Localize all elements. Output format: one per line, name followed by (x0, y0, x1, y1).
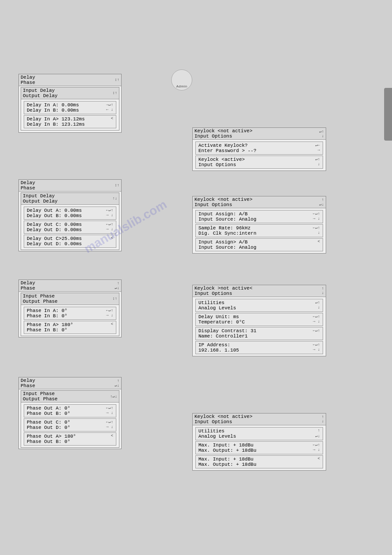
panel-keylock-1: Keylock <not active> Input Options ↵↑ ↓ … (192, 127, 326, 171)
delay-in-a-arrows-1: →↵↑ (106, 102, 113, 108)
panel-delay-phase-1: Delay Phase ↕↑ Input Delay Output Delay … (18, 74, 122, 133)
inner-box-ip-address: IP Address: ←↵↑ 192.168. 1.105 → ↓ (195, 341, 323, 354)
analog-levels-label: Analog Levels (198, 305, 236, 311)
max-input-val: Max. Input: + 18dBu (198, 457, 253, 462)
delay-out-d-val: Delay Out D: 0.00ms (27, 241, 82, 247)
phase-in-b: Phase In B: 0° (27, 313, 67, 319)
delay-out-b: Delay Out B: 0.00ms (27, 213, 82, 218)
output-delay-label: Output Delay (23, 93, 58, 98)
input-source: Input Source: Analog (198, 217, 256, 222)
input-phase-label-2: Input Phase (23, 391, 58, 396)
inner-box-sample-rate: Sample Rate: 96kHz ←↵↑ Dig. Clk Sync:int… (195, 224, 323, 237)
delay-in-a-mark: < (111, 116, 113, 122)
sub-panel-input-phase: Input Phase Output Phase ↕↑ Phase In A: … (21, 293, 119, 336)
inner-box-keylock-active: Keylock <active> ↵↑ Input Options ↓ (195, 156, 323, 169)
keylock-label-4: Keylock <not active> (194, 414, 252, 419)
delay-out-c-val: Delay Out C>25.00ms (27, 236, 82, 241)
phase-in-a: Phase In A: 0° (27, 308, 67, 313)
delay-label-3: Delay (21, 280, 35, 286)
panel-keylock-4: Keylock <not active> Input Options ↑ ↓ U… (192, 413, 326, 471)
delay-in-b-val: Delay In B: 123.12ms (27, 122, 85, 127)
inner-box-utilities-2: Utilities ↑ Analog Levels ↵↓ (195, 427, 323, 440)
inner-box-out-cd-val: Delay Out C>25.00ms < Delay Out D: 0.00m… (24, 235, 116, 248)
inner-box-input-assign: Input Assign: A/B ←↵↑ Input Source: Anal… (195, 210, 323, 223)
inner-box-delay-unit: Delay Unit: ms ←↵↑ Temperature: 0°C → ↓ (195, 313, 323, 326)
dig-clk: Dig. Clk Sync:intern (198, 231, 256, 236)
inner-box-out-ab: Delay Out A: 0.00ms ←↵↑ Delay Out B: 0.0… (24, 207, 116, 220)
delay-label-4: Delay (21, 378, 35, 383)
delay-in-b-1: Delay In B: 0.00ms (27, 108, 79, 113)
input-delay-label: Input Delay (23, 88, 58, 93)
input-delay-label-2: Input Delay (23, 193, 58, 199)
delay-out-d: Delay Out D: 0.00ms (27, 227, 82, 232)
display-contrast: Display Contrast: 31 (198, 328, 256, 334)
panel-header-4: Delay Phase ↑ ↵↓ (19, 377, 121, 389)
phase-in-b-val: Phase In B: 0° (27, 327, 67, 333)
admin-label: Admin (176, 84, 187, 88)
temperature: Temperature: 0°C (198, 319, 245, 325)
utilities-label-2: Utilities (198, 428, 224, 434)
inner-box-phase-in-ab: Phase In A: 0° ←↵↑ Phase In B: 0° → ↓ (24, 307, 116, 320)
sub-arrows-1: ↕↑ (112, 91, 117, 95)
input-phase-label: Input Phase (23, 294, 58, 299)
header-arrows-2: ↕↑ (115, 183, 119, 188)
panel-delay-phase-4: Delay Phase ↑ ↵↓ Input Phase Output Phas… (18, 377, 122, 449)
keylock-label-1: Keylock <not active> (194, 128, 252, 134)
phase-in-a-val: Phase In A> 180° (27, 322, 73, 327)
sub-panel-output-delay-2: Input Delay Output Delay ↑↓ Delay Out A:… (21, 192, 119, 250)
panel-header-2: Delay Phase ↕↑ (19, 180, 121, 192)
phase-label-2: Phase (21, 185, 35, 191)
utilities-label: Utilities (198, 300, 224, 305)
output-phase-label-2: Output Phase (23, 396, 58, 402)
inner-box-max-input-output: Max. Input: + 18dBu ←↵↑ Max. Output: + 1… (195, 441, 323, 454)
delay-label-2: Delay (21, 180, 35, 185)
phase-out-a: Phase Out A: 0° (27, 406, 70, 411)
output-delay-label-2: Output Delay (23, 199, 58, 204)
input-options-label-4: Input Options (194, 419, 252, 424)
input-source-val: Input Source: Analog (198, 245, 256, 250)
inner-box-phase-in-val: Phase In A> 180° < Phase In B: 0° (24, 321, 116, 334)
name-controller: Name: Controller1 (198, 334, 248, 339)
delay-label-1: Delay (21, 75, 35, 80)
ip-address-label: IP Address: (198, 342, 230, 348)
keylock-label-3: Keylock >not active< (194, 286, 252, 291)
sample-rate: Sample Rate: 96kHz (198, 225, 251, 231)
delay-out-c: Delay Out C: 0.00ms (27, 222, 82, 227)
inner-box-phase-out-ab: Phase Out A: 0° ←↵↑ Phase Out B: 0° → ↓ (24, 404, 116, 417)
inner-box-phase-out-cd: Phase Out C: 0° ←↵↑ Phase Out D: 0° → ↓ (24, 418, 116, 432)
panel-header-1: Delay Phase ↕↑ (19, 74, 121, 86)
phase-out-a-val: Phase Out A> 180° (27, 434, 76, 439)
input-options-label-2: Input Options (194, 202, 252, 207)
phase-out-b: Phase Out B: 0° (27, 411, 70, 416)
panel-header-3: Delay Phase ↑ ↵↓ (19, 280, 121, 292)
sub-panel-input-delay-1: Input Delay Output Delay ↕↑ Delay In A: … (21, 87, 119, 131)
max-output: Max. Output: + 18dBu (198, 448, 256, 453)
max-input: Max. Input: + 18dBu (198, 443, 253, 448)
input-assign-val: Input Assign> A/B (198, 239, 248, 245)
keylock-label-2: Keylock <not active> (194, 197, 252, 202)
analog-levels-label-2: Analog Levels (198, 434, 236, 439)
inner-box-activate-keylock: Activate Keylock? ↵← Enter Password > --… (195, 141, 323, 155)
phase-label-3: Phase (21, 286, 35, 291)
sub-panel-output-phase: Input Phase Output Phase ↑↵↓ Phase Out A… (21, 390, 119, 448)
phase-out-b-val: Phase Out B: 0° (27, 439, 70, 444)
inner-box-phase-out-val: Phase Out A> 180° < Phase Out B: 0° (24, 432, 116, 446)
inner-box-delay-in-2: Delay In A> 123.12ms < Delay In B: 123.1… (24, 115, 116, 128)
inner-box-display-contrast: Display Contrast: 31 ←↵↑ Name: Controlle… (195, 327, 323, 340)
input-options-label-3: Input Options (194, 291, 252, 296)
max-output-val: Max. Output: + 18dBu (198, 462, 256, 467)
panel-keylock-2: Keylock <not active> Input Options ↑ ↵↓ … (192, 196, 326, 254)
page-background: Admin manualslib.com Delay Phase ↕↑ Inpu… (0, 0, 392, 555)
ip-address-val: 192.168. 1.105 (198, 348, 239, 353)
delay-in-b-arrows-1: ← ↓ (106, 108, 113, 113)
phase-out-d: Phase Out D: 0° (27, 425, 70, 430)
keylock-active: Keylock <active> (198, 157, 245, 162)
panel-delay-phase-3: Delay Phase ↑ ↵↓ Input Phase Output Phas… (18, 279, 122, 337)
inner-box-input-assign-val: Input Assign> A/B < Input Source: Analog (195, 238, 323, 251)
sub-arrows-2: ↑↓ (112, 196, 117, 201)
delay-in-a-1: Delay In A: 0.00ms (27, 102, 79, 108)
inner-box-max-input-output-val: Max. Input: + 18dBu < Max. Output: + 18d… (195, 455, 323, 468)
delay-in-a-val: Delay In A> 123.12ms (27, 116, 85, 122)
phase-out-c: Phase Out C: 0° (27, 420, 70, 425)
input-assign: Input Assign: A/B (198, 211, 248, 217)
